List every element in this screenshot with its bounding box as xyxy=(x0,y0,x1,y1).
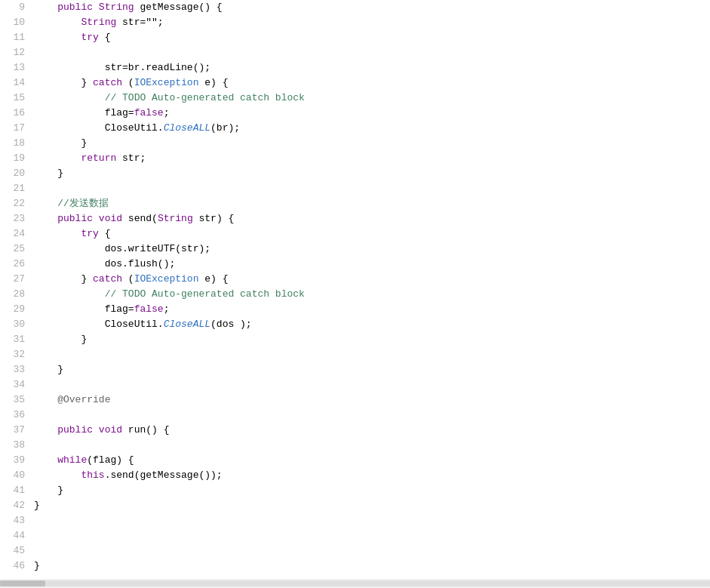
line-content: } xyxy=(34,498,710,513)
token xyxy=(93,2,99,13)
code-editor: 9 public String getMessage() {10 String … xyxy=(0,0,710,588)
line-content: while(flag) { xyxy=(34,453,710,468)
line-number: 40 xyxy=(0,468,34,483)
code-line: 44 xyxy=(0,528,710,543)
line-number: 9 xyxy=(0,0,34,15)
token xyxy=(93,213,99,224)
token: String xyxy=(99,2,134,13)
token: public xyxy=(57,213,93,224)
token: false xyxy=(134,107,164,119)
line-content: flag=false; xyxy=(34,302,710,317)
token: } xyxy=(81,77,93,88)
line-content: } xyxy=(34,362,710,377)
token: str) { xyxy=(193,213,235,224)
token: @Override xyxy=(57,394,110,405)
token: str=br.readLine(); xyxy=(105,62,211,73)
code-line: 43 xyxy=(0,513,710,528)
code-line: 25 dos.writeUTF(str); xyxy=(0,242,710,257)
token: getMessage() { xyxy=(134,2,223,13)
line-content: // TODO Auto-generated catch block xyxy=(34,91,710,106)
line-number: 31 xyxy=(0,332,34,347)
token xyxy=(34,2,57,13)
code-line: 40 this.send(getMessage()); xyxy=(0,468,710,483)
code-lines: 9 public String getMessage() {10 String … xyxy=(0,0,710,574)
token xyxy=(34,32,81,43)
token xyxy=(34,228,81,239)
line-number: 34 xyxy=(0,377,34,393)
token: this xyxy=(81,469,104,481)
token: } xyxy=(34,334,87,345)
line-number: 20 xyxy=(0,166,34,181)
line-number: 18 xyxy=(0,136,34,151)
token: ( xyxy=(122,77,134,88)
token: flag= xyxy=(105,107,134,119)
token: CloseUtil. xyxy=(105,319,164,330)
line-content: CloseUtil.CloseALL(br); xyxy=(34,121,710,136)
token: // TODO Auto-generated catch block xyxy=(105,92,305,103)
line-content: } xyxy=(34,166,710,181)
token xyxy=(34,394,57,405)
token: } xyxy=(34,560,40,571)
line-number: 35 xyxy=(0,393,34,408)
token xyxy=(93,424,99,436)
line-number: 39 xyxy=(0,453,34,468)
token xyxy=(34,198,57,209)
code-line: 10 String str=""; xyxy=(0,15,710,30)
token: IOException xyxy=(134,77,199,88)
line-content: String str=""; xyxy=(34,15,710,30)
token xyxy=(34,273,81,285)
line-content: public String getMessage() { xyxy=(34,0,710,15)
token: CloseALL xyxy=(164,122,211,134)
code-line: 21 xyxy=(0,181,710,196)
scrollbar-track[interactable] xyxy=(0,580,710,586)
token: while xyxy=(57,454,87,466)
token xyxy=(34,469,81,481)
line-number: 41 xyxy=(0,483,34,498)
line-content: CloseUtil.CloseALL(dos ); xyxy=(34,317,710,332)
token xyxy=(34,454,57,466)
scrollbar-thumb[interactable] xyxy=(0,580,45,586)
line-number: 28 xyxy=(0,287,34,302)
token xyxy=(34,243,105,254)
line-number: 26 xyxy=(0,257,34,272)
code-line: 12 xyxy=(0,45,710,60)
token: (flag) { xyxy=(87,454,134,466)
token: dos.flush(); xyxy=(105,258,176,269)
line-content: } catch (IOException e) { xyxy=(34,272,710,287)
line-number: 17 xyxy=(0,121,34,136)
line-number: 29 xyxy=(0,302,34,317)
token xyxy=(34,319,105,330)
line-content: } xyxy=(34,136,710,151)
token: String xyxy=(158,213,193,224)
line-number: 30 xyxy=(0,317,34,332)
line-content: str=br.readLine(); xyxy=(34,60,710,75)
code-line: 46} xyxy=(0,559,710,574)
token xyxy=(34,303,105,315)
line-content: public void run() { xyxy=(34,423,710,438)
line-number: 32 xyxy=(0,347,34,362)
code-line: 15 // TODO Auto-generated catch block xyxy=(0,91,710,106)
code-line: 19 return str; xyxy=(0,151,710,166)
horizontal-scrollbar[interactable] xyxy=(0,579,710,588)
token: ; xyxy=(164,107,170,119)
line-number: 27 xyxy=(0,272,34,287)
token: (dos ); xyxy=(211,319,252,330)
line-content: } catch (IOException e) { xyxy=(34,75,710,91)
token xyxy=(34,258,105,269)
token xyxy=(34,17,81,28)
token: } xyxy=(34,500,40,511)
token: str=""; xyxy=(116,17,163,28)
line-number: 19 xyxy=(0,151,34,166)
line-content: } xyxy=(34,332,710,347)
token xyxy=(34,92,105,103)
token: } xyxy=(34,485,63,496)
code-line: 28 // TODO Auto-generated catch block xyxy=(0,287,710,302)
code-line: 23 public void send(String str) { xyxy=(0,211,710,226)
code-line: 34 xyxy=(0,377,710,393)
line-content: } xyxy=(34,483,710,498)
code-line: 32 xyxy=(0,347,710,362)
code-line: 11 try { xyxy=(0,30,710,45)
token xyxy=(34,213,57,224)
token: ; xyxy=(164,303,170,315)
line-content: try { xyxy=(34,226,710,242)
